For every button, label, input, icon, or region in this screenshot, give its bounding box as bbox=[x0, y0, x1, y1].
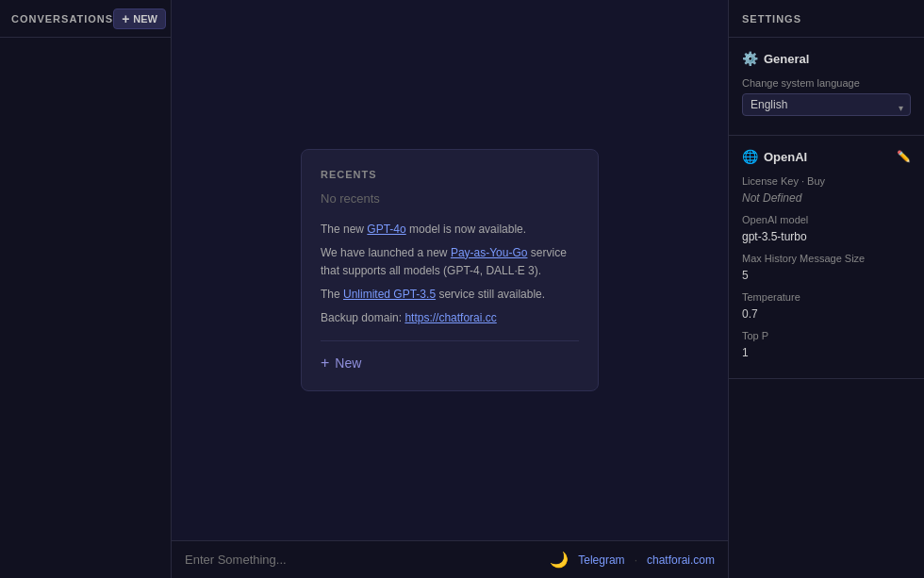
card-plus-icon: + bbox=[321, 355, 329, 372]
language-select[interactable]: English Spanish French German Chinese bbox=[742, 93, 911, 116]
chat-input[interactable] bbox=[185, 553, 542, 567]
history-value: 5 bbox=[742, 269, 911, 282]
conversations-title: CONVERSATIONS bbox=[11, 13, 113, 25]
main-content: RECENTS No recents The new GPT-4o model … bbox=[172, 0, 728, 540]
email-link[interactable]: chatforai.com bbox=[647, 553, 715, 567]
general-section: ⚙️ General Change system language Englis… bbox=[729, 38, 924, 136]
new-btn-label: NEW bbox=[133, 13, 157, 25]
no-recents-text: No recents bbox=[321, 191, 579, 206]
model-label: OpenAI model bbox=[742, 214, 911, 225]
right-panel: SETTINGS ⚙️ General Change system langua… bbox=[728, 0, 924, 578]
topp-label: Top P bbox=[742, 330, 911, 341]
recents-label: RECENTS bbox=[321, 169, 579, 180]
openai-title-row: 🌐 OpenAI bbox=[742, 149, 807, 164]
edit-icon[interactable]: ✏️ bbox=[897, 150, 911, 163]
bottom-icons: 🌙 Telegram · chatforai.com bbox=[550, 551, 715, 569]
telegram-link[interactable]: Telegram bbox=[578, 553, 624, 567]
openai-icon: 🌐 bbox=[742, 149, 758, 164]
model-value: gpt-3.5-turbo bbox=[742, 230, 911, 243]
info-backup: Backup domain: https://chatforai.cc bbox=[321, 309, 579, 327]
general-title: General bbox=[764, 52, 809, 66]
card-new-label: New bbox=[335, 355, 361, 371]
gpt4o-link[interactable]: GPT-4o bbox=[367, 223, 405, 236]
openai-title: OpenAI bbox=[764, 150, 807, 164]
bottom-bar: 🌙 Telegram · chatforai.com bbox=[172, 540, 728, 578]
info-unlimited: The Unlimited GPT-3.5 service still avai… bbox=[321, 286, 579, 304]
settings-header: SETTINGS bbox=[729, 0, 924, 38]
general-header: ⚙️ General bbox=[742, 51, 911, 66]
topp-value: 1 bbox=[742, 346, 911, 359]
license-value: Not Defined bbox=[742, 191, 911, 205]
info-gpt4o: The new GPT-4o model is now available. bbox=[321, 221, 579, 239]
openai-section: 🌐 OpenAI ✏️ License Key · Buy Not Define… bbox=[729, 136, 924, 379]
language-select-wrapper: English Spanish French German Chinese bbox=[742, 93, 911, 122]
left-header: CONVERSATIONS + NEW bbox=[0, 0, 171, 38]
general-icon: ⚙️ bbox=[742, 51, 758, 66]
center-card: RECENTS No recents The new GPT-4o model … bbox=[301, 149, 599, 392]
moon-icon[interactable]: 🌙 bbox=[550, 551, 569, 569]
openai-header: 🌐 OpenAI ✏️ bbox=[742, 149, 911, 164]
language-label: Change system language bbox=[742, 77, 911, 89]
license-label: License Key · Buy bbox=[742, 175, 911, 187]
temp-label: Temperature bbox=[742, 291, 911, 303]
history-label: Max History Message Size bbox=[742, 253, 911, 264]
card-divider bbox=[321, 340, 579, 341]
plus-icon: + bbox=[122, 12, 129, 25]
temp-value: 0.7 bbox=[742, 307, 911, 321]
pay-as-you-go-link[interactable]: Pay-as-You-Go bbox=[451, 246, 528, 259]
general-title-row: ⚙️ General bbox=[742, 51, 809, 66]
dot-separator: · bbox=[635, 553, 637, 567]
card-new-button[interactable]: + New bbox=[321, 355, 579, 372]
unlimited-gpt35-link[interactable]: Unlimited GPT-3.5 bbox=[343, 288, 436, 301]
backup-domain-link[interactable]: https://chatforai.cc bbox=[404, 311, 496, 324]
info-payasyougo: We have launched a new Pay-as-You-Go ser… bbox=[321, 244, 579, 280]
settings-title: SETTINGS bbox=[742, 13, 801, 25]
main-panel: RECENTS No recents The new GPT-4o model … bbox=[172, 0, 728, 578]
left-panel: CONVERSATIONS + NEW bbox=[0, 0, 172, 578]
new-conversation-button[interactable]: + NEW bbox=[113, 8, 166, 29]
